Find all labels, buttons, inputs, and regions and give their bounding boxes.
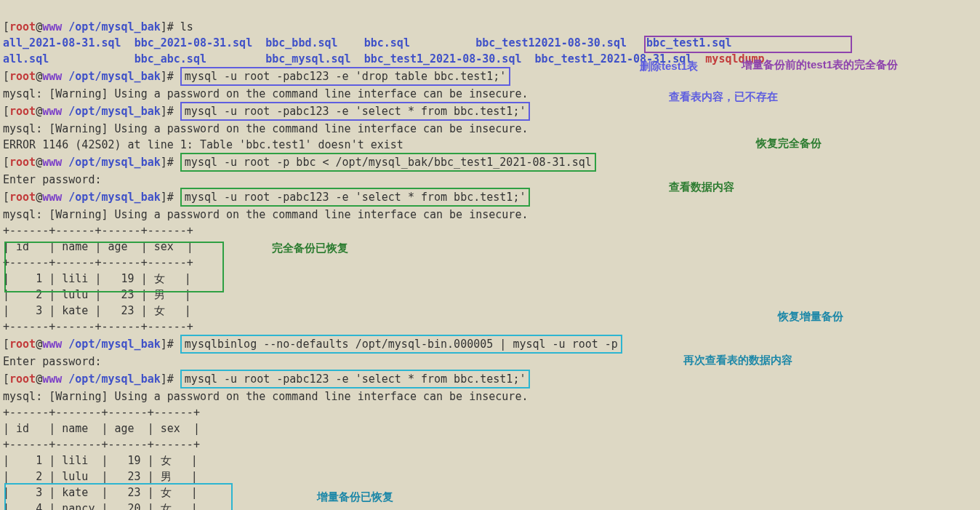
prompt: [root@www /opt/mysql_bak]# [3, 338, 174, 351]
table1-sep: +------+------+------+------+ [3, 256, 193, 269]
table2-hdr: | id | name | age | sex | [3, 422, 200, 435]
cmd-binlog-box[interactable]: mysqlbinlog --no-defaults /opt/mysql-bin… [180, 335, 622, 354]
prompt: [root@www /opt/mysql_bak]# [3, 20, 174, 33]
table2-row: | 2 | lulu | 23 | 男 | [3, 470, 198, 483]
table2-row: | 3 | kate | 23 | 女 | [3, 486, 198, 499]
ls-output: all_2021-08-31.sql bbc_2021-08-31.sql bb… [3, 36, 731, 49]
table1-hdr: | id | name | age | sex | [3, 240, 193, 253]
table2-sep: +------+-------+------+------+ [3, 406, 200, 419]
cmd-ls[interactable]: ls [180, 20, 193, 33]
cmd-drop-box[interactable]: mysql -u root -pabc123 -e 'drop table bb… [180, 67, 511, 86]
ann-full-restored: 完全备份已恢复 [272, 240, 348, 256]
prompt: [root@www /opt/mysql_bak]# [3, 70, 174, 83]
table1-row: | 1 | lili | 19 | 女 | [3, 272, 191, 285]
prompt: [root@www /opt/mysql_bak]# [3, 191, 174, 204]
warning: mysql: [Warning] Using a password on the… [3, 122, 528, 135]
table1-row: | 3 | kate | 23 | 女 | [3, 304, 191, 317]
ann-restore-incr: 恢复增量备份 [778, 308, 843, 324]
table2-sep: +------+-------+------+------+ [3, 438, 200, 451]
error-1146: ERROR 1146 (42S02) at line 1: Table 'bbc… [3, 138, 403, 151]
prompt: [root@www /opt/mysql_bak]# [3, 372, 174, 386]
cmd-select3-box[interactable]: mysql -u root -pabc123 -e 'select * from… [180, 370, 531, 389]
enter-password[interactable]: Enter password: [3, 355, 108, 368]
ann-drop-test1: 删除test1表 [640, 58, 698, 74]
table1-sep: +------+------+------+------+ [3, 224, 193, 237]
ann-view-data: 查看数据内容 [669, 179, 734, 195]
cmd-select2-box[interactable]: mysql -u root -pabc123 -e 'select * from… [180, 188, 531, 207]
table1-row: | 2 | lulu | 23 | 男 | [3, 288, 191, 301]
enter-password[interactable]: Enter password: [3, 173, 108, 186]
cmd-select1-box[interactable]: mysql -u root -pabc123 -e 'select * from… [180, 102, 531, 121]
warning: mysql: [Warning] Using a password on the… [3, 87, 528, 100]
table1-sep: +------+------+------+------+ [3, 320, 193, 333]
table2-row: | 4 | nancy | 20 | 女 | [3, 502, 198, 510]
ann-view-not-exist: 查看表内容，已不存在 [669, 89, 778, 105]
cmd-restore-full-box[interactable]: mysql -u root -p bbc < /opt/mysql_bak/bb… [180, 153, 596, 172]
ann-full-backup-before: 增量备份前的test1表的完全备份 [742, 57, 898, 73]
ann-view-again: 再次查看表的数据内容 [683, 352, 792, 368]
warning: mysql: [Warning] Using a password on the… [3, 208, 528, 221]
table2-row: | 1 | lili | 19 | 女 | [3, 454, 198, 467]
ann-restore-full: 恢复完全备份 [756, 135, 822, 151]
ann-incr-restored: 增量备份已恢复 [317, 489, 393, 505]
warning: mysql: [Warning] Using a password on the… [3, 390, 528, 403]
ls-output-2: all.sql bbc_abc.sql bbc_mysql.sql bbc_te… [3, 52, 692, 65]
prompt: [root@www /opt/mysql_bak]# [3, 156, 174, 169]
terminal: [root@www /opt/mysql_bak]# ls all_2021-0… [3, 3, 980, 510]
prompt: [root@www /opt/mysql_bak]# [3, 105, 174, 118]
